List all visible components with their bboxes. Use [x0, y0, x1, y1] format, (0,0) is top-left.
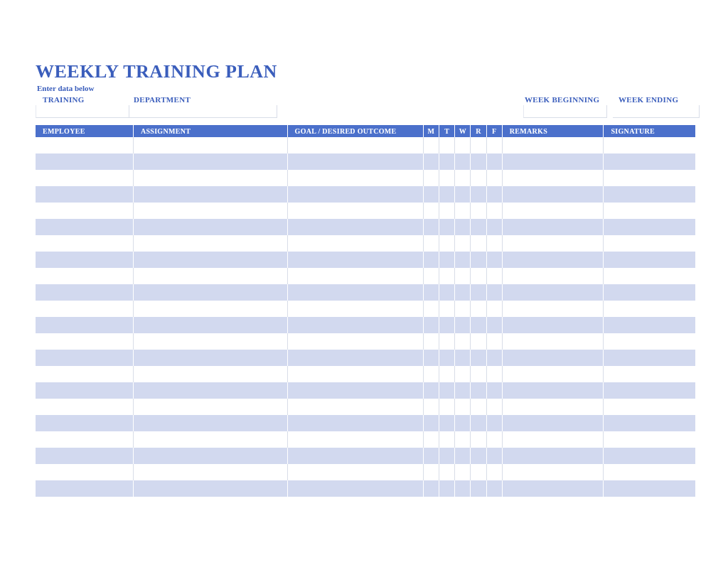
cell-goal[interactable] — [287, 235, 423, 252]
cell-f[interactable] — [486, 448, 502, 464]
cell-m[interactable] — [423, 252, 439, 268]
cell-assignment[interactable] — [133, 284, 287, 301]
cell-signature[interactable] — [604, 350, 695, 366]
cell-r[interactable] — [471, 464, 486, 480]
cell-m[interactable] — [423, 399, 439, 415]
cell-signature[interactable] — [604, 284, 695, 301]
cell-t[interactable] — [439, 301, 455, 317]
cell-signature[interactable] — [604, 399, 695, 415]
cell-signature[interactable] — [604, 219, 695, 235]
cell-assignment[interactable] — [133, 317, 287, 333]
cell-f[interactable] — [486, 350, 502, 366]
cell-signature[interactable] — [604, 203, 695, 219]
cell-signature[interactable] — [604, 301, 695, 317]
cell-r[interactable] — [471, 448, 486, 464]
cell-assignment[interactable] — [133, 382, 287, 399]
cell-goal[interactable] — [287, 382, 423, 399]
cell-f[interactable] — [486, 219, 502, 235]
cell-remarks[interactable] — [502, 382, 604, 399]
cell-w[interactable] — [455, 170, 471, 186]
cell-goal[interactable] — [287, 317, 423, 333]
cell-assignment[interactable] — [133, 464, 287, 480]
cell-remarks[interactable] — [502, 431, 604, 448]
cell-goal[interactable] — [287, 415, 423, 431]
cell-m[interactable] — [423, 382, 439, 399]
cell-signature[interactable] — [604, 480, 695, 497]
cell-assignment[interactable] — [133, 137, 287, 153]
cell-employee[interactable] — [36, 252, 133, 268]
cell-goal[interactable] — [287, 350, 423, 366]
cell-employee[interactable] — [36, 203, 133, 219]
cell-m[interactable] — [423, 219, 439, 235]
cell-m[interactable] — [423, 333, 439, 350]
week-begin-input[interactable] — [523, 105, 607, 118]
cell-t[interactable] — [439, 137, 455, 153]
cell-t[interactable] — [439, 153, 455, 170]
cell-t[interactable] — [439, 170, 455, 186]
cell-t[interactable] — [439, 415, 455, 431]
cell-t[interactable] — [439, 448, 455, 464]
cell-employee[interactable] — [36, 268, 133, 284]
cell-m[interactable] — [423, 284, 439, 301]
cell-remarks[interactable] — [502, 203, 604, 219]
cell-m[interactable] — [423, 203, 439, 219]
cell-t[interactable] — [439, 366, 455, 382]
cell-f[interactable] — [486, 186, 502, 203]
cell-assignment[interactable] — [133, 350, 287, 366]
cell-signature[interactable] — [604, 431, 695, 448]
cell-m[interactable] — [423, 415, 439, 431]
cell-remarks[interactable] — [502, 170, 604, 186]
cell-m[interactable] — [423, 448, 439, 464]
cell-employee[interactable] — [36, 399, 133, 415]
cell-m[interactable] — [423, 153, 439, 170]
cell-r[interactable] — [471, 431, 486, 448]
cell-signature[interactable] — [604, 170, 695, 186]
cell-signature[interactable] — [604, 252, 695, 268]
cell-r[interactable] — [471, 284, 486, 301]
cell-f[interactable] — [486, 366, 502, 382]
cell-f[interactable] — [486, 415, 502, 431]
cell-employee[interactable] — [36, 153, 133, 170]
cell-remarks[interactable] — [502, 153, 604, 170]
cell-w[interactable] — [455, 301, 471, 317]
cell-w[interactable] — [455, 399, 471, 415]
cell-employee[interactable] — [36, 382, 133, 399]
cell-f[interactable] — [486, 170, 502, 186]
cell-f[interactable] — [486, 137, 502, 153]
cell-f[interactable] — [486, 252, 502, 268]
cell-f[interactable] — [486, 382, 502, 399]
cell-assignment[interactable] — [133, 366, 287, 382]
cell-employee[interactable] — [36, 137, 133, 153]
cell-remarks[interactable] — [502, 464, 604, 480]
cell-signature[interactable] — [604, 464, 695, 480]
cell-t[interactable] — [439, 350, 455, 366]
cell-r[interactable] — [471, 137, 486, 153]
cell-remarks[interactable] — [502, 284, 604, 301]
cell-t[interactable] — [439, 219, 455, 235]
cell-r[interactable] — [471, 399, 486, 415]
cell-employee[interactable] — [36, 431, 133, 448]
cell-signature[interactable] — [604, 268, 695, 284]
cell-w[interactable] — [455, 464, 471, 480]
cell-m[interactable] — [423, 235, 439, 252]
cell-signature[interactable] — [604, 448, 695, 464]
cell-goal[interactable] — [287, 333, 423, 350]
cell-w[interactable] — [455, 350, 471, 366]
cell-goal[interactable] — [287, 464, 423, 480]
cell-assignment[interactable] — [133, 235, 287, 252]
cell-t[interactable] — [439, 203, 455, 219]
cell-f[interactable] — [486, 235, 502, 252]
cell-goal[interactable] — [287, 186, 423, 203]
cell-w[interactable] — [455, 448, 471, 464]
cell-assignment[interactable] — [133, 219, 287, 235]
cell-remarks[interactable] — [502, 415, 604, 431]
cell-employee[interactable] — [36, 350, 133, 366]
cell-employee[interactable] — [36, 333, 133, 350]
cell-assignment[interactable] — [133, 415, 287, 431]
cell-r[interactable] — [471, 350, 486, 366]
cell-f[interactable] — [486, 399, 502, 415]
cell-r[interactable] — [471, 153, 486, 170]
cell-m[interactable] — [423, 137, 439, 153]
cell-r[interactable] — [471, 203, 486, 219]
cell-t[interactable] — [439, 284, 455, 301]
